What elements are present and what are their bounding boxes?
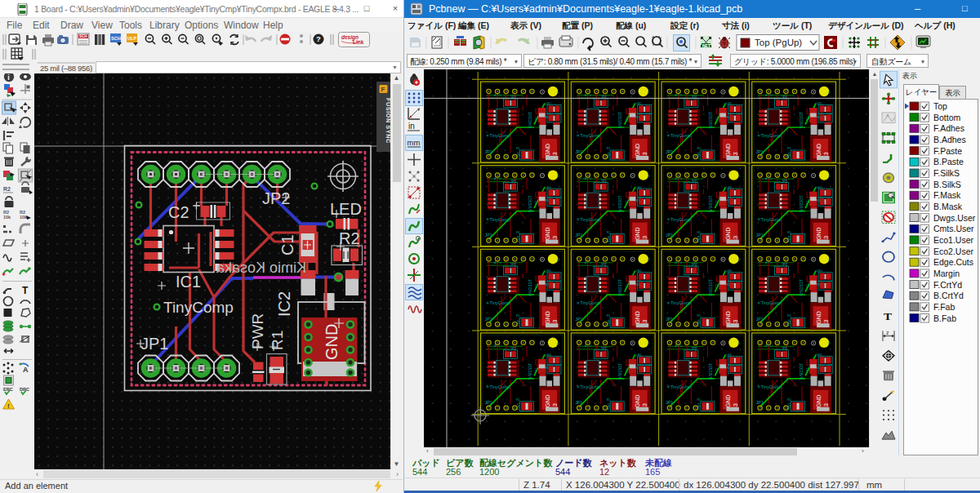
svg-text:!: ! <box>7 402 10 410</box>
svg-text:?: ? <box>316 34 321 43</box>
svg-text:F: F <box>381 86 385 93</box>
svg-text:Top (PgUp): Top (PgUp) <box>755 38 802 47</box>
svg-text:10k: 10k <box>3 215 11 220</box>
svg-text:Eco1.User: Eco1.User <box>933 235 974 245</box>
svg-text:F.SilkS: F.SilkS <box>933 168 960 178</box>
svg-text:SCH: SCH <box>111 36 121 41</box>
svg-text:F.CrtYd: F.CrtYd <box>933 280 962 290</box>
svg-text:Cmts.User: Cmts.User <box>933 224 974 233</box>
svg-text:i: i <box>7 73 10 82</box>
svg-text:Bottom: Bottom <box>933 113 961 122</box>
svg-text:R2: R2 <box>339 229 360 247</box>
svg-text:F.Adhes: F.Adhes <box>933 123 964 133</box>
svg-text:B.Mask: B.Mask <box>933 202 963 211</box>
svg-text:JP1: JP1 <box>140 335 168 353</box>
svg-text:C1: C1 <box>278 234 296 255</box>
svg-text:T: T <box>884 310 893 322</box>
svg-text:mm: mm <box>408 138 421 147</box>
svg-text:B.Paste: B.Paste <box>933 157 964 167</box>
svg-text:ERC: ERC <box>3 387 13 392</box>
svg-text:SCH: SCH <box>79 34 87 38</box>
svg-text:PWR: PWR <box>249 313 266 349</box>
svg-text:Dwgs.User: Dwgs.User <box>933 213 976 223</box>
svg-text:IC1: IC1 <box>176 273 201 291</box>
svg-text:IC2: IC2 <box>275 291 293 317</box>
svg-text:A: A <box>23 366 29 374</box>
svg-text:B.SilkS: B.SilkS <box>933 180 961 189</box>
svg-text:GND: GND <box>323 324 341 360</box>
svg-text:NET: NET <box>702 43 710 48</box>
svg-text:R1: R1 <box>269 331 286 350</box>
svg-text:FUSION SYNC: FUSION SYNC <box>385 98 390 144</box>
svg-text:Margin: Margin <box>933 269 960 278</box>
svg-text:F.Fab: F.Fab <box>933 302 955 312</box>
svg-text:TinyComp: TinyComp <box>163 299 234 316</box>
svg-text:in: in <box>408 122 415 131</box>
svg-text:F.Mask: F.Mask <box>933 190 961 200</box>
svg-text:Top: Top <box>933 101 947 111</box>
svg-text:F.Paste: F.Paste <box>933 146 962 156</box>
svg-text:B.Adhes: B.Adhes <box>933 135 966 144</box>
svg-text:ULP: ULP <box>127 36 136 41</box>
svg-text:Kimio Kosaka: Kimio Kosaka <box>216 260 306 276</box>
svg-text:LED: LED <box>330 200 362 218</box>
svg-text:B.Fab: B.Fab <box>933 313 956 323</box>
svg-text:Edge.Cuts: Edge.Cuts <box>933 257 973 267</box>
svg-text:C2: C2 <box>168 203 189 221</box>
svg-text:T: T <box>22 285 29 296</box>
svg-text:B.CrtYd: B.CrtYd <box>933 291 964 300</box>
svg-text:R2: R2 <box>3 186 11 192</box>
svg-text:Eco2.User: Eco2.User <box>933 246 974 256</box>
svg-text:z: z <box>886 330 889 335</box>
